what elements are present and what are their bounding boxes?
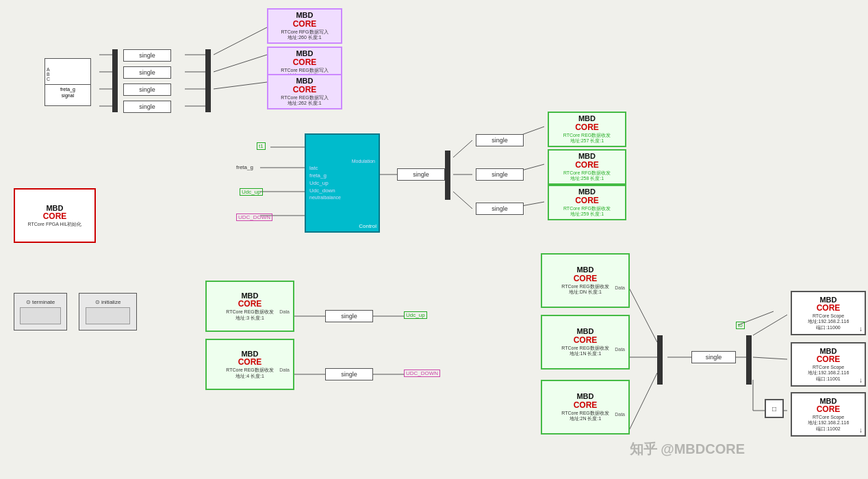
demux-br <box>746 335 752 385</box>
demux1 <box>445 151 450 200</box>
mbd-reg10: MBDCORE RTCore REG数据收发地址:1N 长度:1 Data <box>541 315 630 370</box>
single-after-control: single <box>397 168 445 181</box>
mbd-rfg-1: MBDCORE RTCore RFG数据写入地址:260 长度:1 <box>267 8 342 44</box>
scope-box: □ <box>765 399 784 418</box>
signal-label-src: signal <box>62 93 74 98</box>
mbd-rfg1-sub1: RTCore RFG数据写入 <box>281 29 328 34</box>
single-block-4: single <box>123 101 171 113</box>
terminate-label: terminate <box>32 299 55 305</box>
udc-up-label: Udc_up <box>240 188 263 196</box>
mbd-green-1: MBDCORE RTCore REG数据收发地址:257 长度:1 <box>548 112 626 147</box>
mbd-reg9: MBDCORE RTCore REG数据收发地址:DN 长度:1 Data <box>541 253 630 308</box>
svg-line-37 <box>753 357 787 359</box>
initialize-block[interactable]: ⊙ initialize <box>79 293 137 331</box>
mbd-fpga-block: MBDCORE RTCore FPGA HIL初始化 <box>14 188 96 243</box>
svg-line-36 <box>753 315 787 335</box>
udc-down-label: UDC_DOWN <box>236 213 272 221</box>
freta-g-label: freta_g <box>236 164 253 170</box>
single-bottom-2: single <box>325 368 373 380</box>
udc-down-out: UDC_DOWN <box>404 370 440 377</box>
mbd-reg7: MBDCORE RTCore REG数据收发地址:3 长度:1 Data <box>205 281 294 332</box>
single-bottom-1: single <box>325 310 373 322</box>
single-block-3: single <box>123 83 171 96</box>
terminate-block[interactable]: ⊙ terminate <box>14 293 67 331</box>
fpga-subtitle: RTCore FPGA HIL初始化 <box>28 222 82 226</box>
initialize-label: initialize <box>101 299 120 305</box>
single-block-2: single <box>123 66 171 79</box>
mbd-scope3: MBDCORE RTCore Scope地址:192.168.2.116端口:1… <box>791 392 866 437</box>
mux-bottom-right <box>657 335 663 385</box>
mbd-reg11: MBDCORE RTCore REG数据收发地址:2N 长度:1 Data <box>541 380 630 435</box>
svg-line-13 <box>214 55 267 72</box>
single-right-1: single <box>476 134 524 146</box>
t0-label: t0 <box>736 322 745 329</box>
t1-label: t1 <box>257 142 266 150</box>
source-block: A B C freta_g signal <box>44 58 91 106</box>
source-label: freta_g <box>60 87 75 92</box>
single-br: single <box>691 351 736 363</box>
control-block: latc freta_g Udc_up Udc_down neutralbala… <box>305 133 380 233</box>
svg-line-23 <box>453 192 472 209</box>
mbd-green-2: MBDCORE RTCore RFG数据收发地址:258 长度:1 <box>548 149 626 185</box>
mux2 <box>205 49 211 112</box>
mbd-reg3-sub1: RTCore REG数据写入 <box>281 95 329 100</box>
mbd-scope2: MBDCORE RTCore Scope地址:192.168.2.116端口:1… <box>791 342 866 387</box>
single-right-3: single <box>476 203 524 215</box>
single-block-1: single <box>123 49 171 62</box>
udc-up-out: Udc_up <box>404 311 427 319</box>
single-right-2: single <box>476 168 524 181</box>
watermark: 知乎 @MBDCORE <box>630 440 745 458</box>
mbd-green-3: MBDCORE RTCore RFG数据收发地址:259 长度:1 <box>548 185 626 220</box>
svg-line-31 <box>627 284 657 342</box>
mbd-reg2-sub1: RTCore REG数据写入 <box>281 68 329 73</box>
mbd-reg3-sub2: 地址:262 长度:1 <box>288 101 321 105</box>
svg-line-12 <box>214 27 267 55</box>
main-canvas: A B C freta_g signal single single singl… <box>0 0 868 479</box>
control-label: Control <box>359 223 376 229</box>
svg-line-14 <box>214 82 267 89</box>
mbd-reg8: MBDCORE RTCore REG数据收发地址:4 长度:1 Data <box>205 339 294 390</box>
mbd-reg-3: MBDCORE RTCore REG数据写入地址:262 长度:1 <box>267 74 342 109</box>
mbd-scope1: MBDCORE RTCore Scope地址:192.168.2.116端口:1… <box>791 291 866 335</box>
svg-line-21 <box>453 140 472 157</box>
mux1 <box>112 49 118 112</box>
mbd-rfg1-sub2: 地址:260 长度:1 <box>288 35 321 40</box>
svg-line-33 <box>627 373 657 435</box>
